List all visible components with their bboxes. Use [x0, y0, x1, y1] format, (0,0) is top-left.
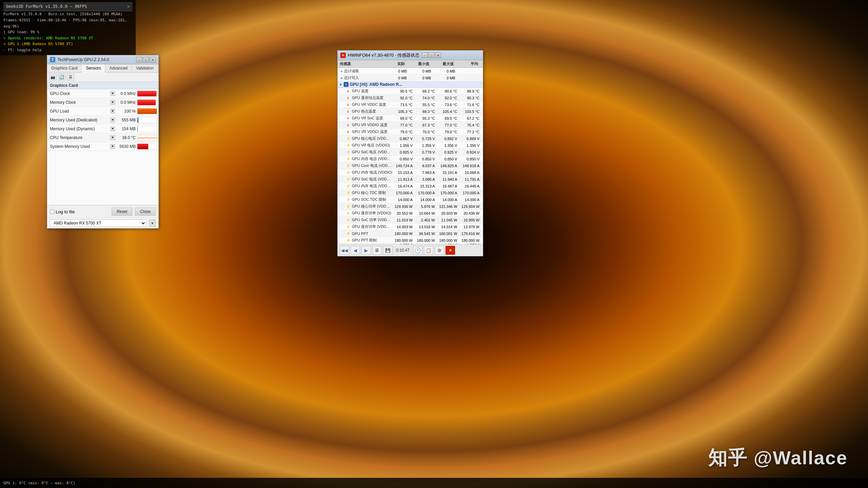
menu-button[interactable]: ☰: [67, 74, 74, 80]
gpuz-close-button[interactable]: ✕: [150, 57, 156, 62]
sensor-name: GPU VR VDDC 温度: [352, 102, 392, 107]
sensor-min-value: 67.3 °C: [415, 123, 437, 127]
tab-validation[interactable]: Validation: [132, 64, 158, 72]
hwinfo-monitor-button[interactable]: 🖥: [372, 246, 382, 255]
hwinfo-column-headers: 传感器 实际 最小值 最大值 平均: [338, 60, 483, 68]
gpuz-label-mem-dynamic: Memory Used (Dynamic): [50, 126, 109, 131]
sensor-actual-value: 1,570.9 MHz: [392, 243, 415, 245]
sensor-actual-value: 105.3 °C: [392, 110, 415, 114]
gpuz-tabs: Graphics Card Sensors Advanced Validatio…: [47, 64, 158, 73]
sensor-name: GPU 显存功率 (VDDCI_MEM): [352, 224, 392, 229]
hwinfo-clock-icon: 🕐: [413, 246, 422, 255]
sensor-max-value: 1.356 V: [437, 143, 459, 148]
sensor-actual-value: 77.0 °C: [392, 123, 415, 127]
hwinfo-settings-button[interactable]: ⚙: [435, 246, 444, 255]
hwinfo-sensor-row: ⚡GPU 核心功率 (VDDCR_GFX)129.936 W5.876 W131…: [338, 203, 483, 210]
log-to-file-checkbox[interactable]: [50, 210, 54, 214]
furmark-info-text: FurMark v1.35.0.8 · Burn-in test, 2558x1…: [3, 11, 132, 53]
sensor-icon-power: ⚡: [346, 238, 351, 243]
gpu-clock-dropdown[interactable]: ▼: [110, 91, 115, 96]
memory-clock-dropdown[interactable]: ▼: [110, 100, 115, 105]
gpuz-value-mem-dedicated: 555 MB: [115, 118, 137, 122]
sensor-actual-value: 16.474 A: [392, 184, 415, 188]
tab-advanced[interactable]: Advanced: [105, 64, 132, 72]
sensor-min-value: 1.356 V: [415, 143, 437, 148]
screenshot-button[interactable]: 📷: [49, 74, 57, 80]
gpu-load-dropdown[interactable]: ▼: [110, 109, 115, 114]
hwinfo-icon: H: [340, 53, 346, 58]
gpuz-label-cpu-temp: CPU Temperature: [50, 135, 109, 140]
gpuz-row-cpu-temp: CPU Temperature ▼ 38.0 °C: [47, 133, 158, 142]
sensor-max-value: 69.0 °C: [437, 116, 459, 120]
gpuz-value-gpu-clock: 0.0 MHz: [115, 91, 137, 96]
gpu-select-arrow[interactable]: ▼: [149, 219, 156, 227]
sensor-min-value: 8.037 A: [415, 164, 437, 168]
tab-sensors[interactable]: Sensors: [82, 64, 105, 73]
hwinfo-sensor-row: ⚡GPU SoC 电压 (VDDCR_S...)0.925 V0.778 V0.…: [338, 149, 483, 156]
header-min: 最小值: [408, 61, 432, 66]
hwinfo-timer-display: 0:10:47: [394, 248, 412, 253]
gpuz-value-gpu-load: 100 %: [115, 109, 137, 114]
total-write-val3: 0 MB: [433, 76, 457, 80]
sensor-max-value: 73.6 °C: [437, 103, 459, 107]
sensor-max-value: 79.0 °C: [437, 130, 459, 134]
sensor-name: GPU VR VDDCI 温度: [352, 129, 392, 134]
hwinfo-gpu-group-header[interactable]: ▼ G GPU [#0]: AMD Radeon R...: [338, 81, 483, 88]
tab-graphics-card[interactable]: Graphics Card: [47, 64, 82, 72]
gpuz-section-graphics-card: Graphics Card: [47, 82, 158, 89]
hwinfo-nav-forward[interactable]: ▶: [361, 246, 371, 255]
hwinfo-nav-back-back[interactable]: ◀◀: [340, 246, 349, 255]
sensor-icon-temp: 🌡: [346, 130, 351, 134]
hwinfo-sensor-row: ⚡GPU SOC TDC 限制14.000 A14.000 A14.000 A1…: [338, 196, 483, 203]
refresh-button[interactable]: 🔄: [58, 74, 65, 80]
gpuz-row-mem-dedicated: Memory Used (Dedicated) ▼ 555 MB: [47, 116, 158, 124]
hwinfo-close-button[interactable]: ✕: [435, 53, 441, 58]
hwinfo-close-x-button[interactable]: ✕: [446, 246, 455, 255]
sensor-min-value: 3.085 A: [415, 177, 437, 181]
sensor-name: GPU PPT 限制: [352, 238, 392, 243]
cpu-temp-dropdown[interactable]: ▼: [110, 135, 115, 140]
sensor-name: GPU SoC 电压 (VDDCR_S...): [352, 150, 392, 155]
reset-button[interactable]: Reset: [112, 208, 132, 216]
sys-mem-dropdown[interactable]: ▼: [110, 144, 115, 149]
hwinfo-maximize-button[interactable]: □: [428, 53, 434, 58]
gpuz-maximize-button[interactable]: □: [143, 57, 149, 62]
sensor-name: GPU SoC 功率 (VDDCR_S...): [352, 217, 392, 222]
gpuz-label-sys-mem: System Memory Used: [50, 144, 109, 149]
hwinfo-minimize-button[interactable]: –: [421, 53, 428, 58]
gpu-select-dropdown[interactable]: AMD Radeon RX 5700 XT: [50, 219, 146, 227]
gpuz-label-area-memory-clock: Memory Clock ▼: [47, 100, 115, 105]
gpuz-label-gpu-load: GPU Load: [50, 109, 109, 114]
hwinfo-nav-back[interactable]: ◀: [351, 246, 360, 255]
sensor-avg-value: 20.436 W: [459, 211, 482, 215]
sensor-name: GPU 核心 TDC 限制: [352, 190, 392, 195]
sensor-actual-value: 20.552 W: [392, 211, 415, 215]
sensor-icon-temp: 🌡: [346, 109, 351, 114]
gpuz-bar-fill-gpu-clock: [137, 91, 156, 96]
cpu-temp-sparkline: [137, 135, 157, 141]
gpuz-toolbar: 📷 🔄 ☰: [47, 73, 158, 82]
sensor-name: GPU Core 电流 (VDDCR_G...): [352, 163, 392, 168]
hwinfo-log-button[interactable]: 📋: [424, 246, 433, 255]
close-gpuz-button[interactable]: Close: [135, 208, 156, 216]
gpuz-bar-sys-mem: [137, 143, 157, 150]
gpuz-window-controls: – □ ✕: [136, 57, 156, 62]
sensor-icon-temp: 🌡: [346, 123, 351, 128]
sensor-actual-value: 11.019 W: [392, 218, 415, 222]
sensor-max-value: 11.045 W: [437, 218, 459, 222]
gpuz-minimize-button[interactable]: –: [136, 57, 142, 62]
sensor-icon-temp: 🌡: [346, 89, 351, 94]
furmark-info-overlay: Geeks3D FurMark v1.35.0.0 – 96FPS ✕ FurM…: [0, 0, 136, 55]
mem-dynamic-dropdown[interactable]: ▼: [110, 126, 115, 131]
sensor-avg-value: 179.416 W: [459, 232, 482, 236]
total-read-icon: ●: [340, 69, 343, 73]
info-line4: > OpenGL renderer: AMD Radeon RX 5700 XT: [3, 35, 132, 41]
sensor-total-read: ● 总计读取: [340, 69, 385, 74]
hwinfo-row-total-write: ● 总计写入 0 MB 0 MB 0 MB: [338, 75, 483, 81]
sensor-name: GPU 内存 电流 (VDDCI_M...): [352, 183, 392, 189]
furmark-close-icon[interactable]: ✕: [127, 3, 130, 10]
hwinfo-save-button[interactable]: 💾: [383, 246, 393, 255]
sensor-actual-value: 92.0 °C: [392, 96, 415, 100]
mem-dedicated-dropdown[interactable]: ▼: [110, 118, 115, 122]
gpuz-row-gpu-clock: GPU Clock ▼ 0.0 MHz: [47, 89, 158, 98]
